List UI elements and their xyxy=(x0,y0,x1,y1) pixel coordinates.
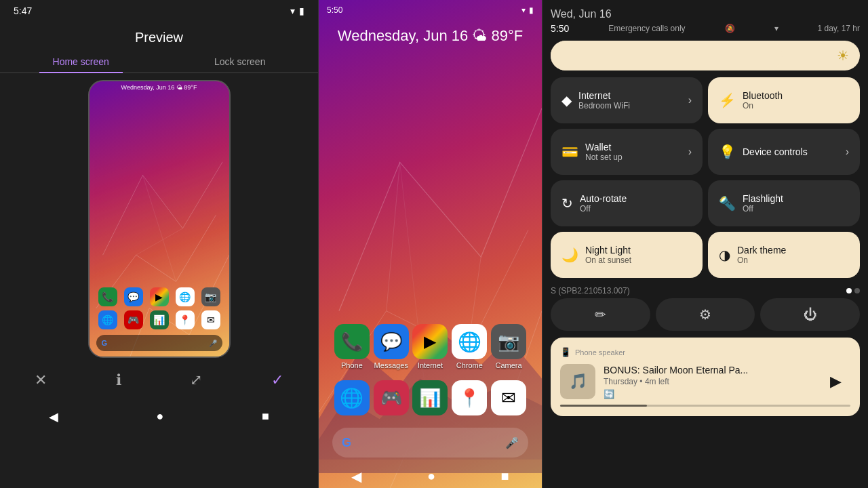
device-controls-icon: 💡 xyxy=(719,144,736,160)
internet-title: Internet xyxy=(578,90,682,101)
darktheme-icon: ◑ xyxy=(719,247,730,263)
tab-home-screen[interactable]: Home screen xyxy=(39,51,123,73)
flashlight-sub: Off xyxy=(743,204,849,214)
expand-button[interactable]: ⤢ xyxy=(190,371,202,389)
preview-control-bar: ✕ ℹ ⤢ ✓ xyxy=(0,358,318,403)
qs-action-bar: ✏ ⚙ ⏻ xyxy=(551,298,860,331)
battery-icon-home: ▮ xyxy=(529,5,534,15)
qs-mute-icon: 🔕 xyxy=(725,24,735,33)
nightlight-tile[interactable]: 🌙 Night Light On at sunset xyxy=(551,232,703,278)
chrome-icon-2: 🌐 xyxy=(334,380,370,415)
settings-button[interactable]: ⚙ xyxy=(656,298,755,331)
qs-header: Wed, Jun 16 xyxy=(551,8,860,20)
camera-app[interactable]: 📷 Camera xyxy=(491,324,526,369)
internet-icon: ◆ xyxy=(561,92,572,108)
back-button-home[interactable]: ◀ xyxy=(351,468,361,485)
chrome-label: Chrome xyxy=(456,361,483,369)
flashlight-tile[interactable]: 🔦 Flashlight Off xyxy=(708,180,860,226)
confirm-button[interactable]: ✓ xyxy=(271,371,283,389)
power-button[interactable]: ⏻ xyxy=(760,298,860,331)
autorotate-tile[interactable]: ↻ Auto-rotate Off xyxy=(551,180,703,226)
maps-icon: 📍 xyxy=(452,380,487,415)
playstore-app[interactable]: ▶ Internet xyxy=(412,324,448,369)
flashlight-icon: 🔦 xyxy=(719,195,736,211)
autorotate-sub: Off xyxy=(580,204,692,214)
wallet-sub: Not set up xyxy=(585,152,682,162)
messages-icon: 💬 xyxy=(374,324,409,359)
preview-searchbar[interactable]: G 🎤 xyxy=(96,335,222,351)
phone-icon: 📞 xyxy=(334,324,370,359)
media-progress-fill xyxy=(560,405,647,407)
app-icons-row2: 🌐 🎮 📊 📍 ✉ xyxy=(90,309,229,331)
internet-chevron-icon: › xyxy=(688,94,692,106)
bluetooth-text: Bluetooth On xyxy=(743,90,849,110)
shortcut-icon: 📊 xyxy=(412,380,448,415)
recents-button-home[interactable]: ■ xyxy=(501,468,509,485)
nav-bar-preview: ◀ ● ■ xyxy=(0,403,318,431)
back-button-preview[interactable]: ◀ xyxy=(49,409,58,424)
phone-app[interactable]: 📞 Phone xyxy=(334,324,370,369)
phone-preview-overlay: Wednesday, Jun 16 🌤 89°F 📞 💬 ▶ 🌐 📷 🌐 🎮 📊… xyxy=(90,81,229,357)
play-button[interactable]: ▶ xyxy=(821,367,850,396)
device-controls-tile[interactable]: 💡 Device controls › xyxy=(708,129,860,175)
flashlight-title: Flashlight xyxy=(743,193,849,204)
homescreen-searchbar[interactable]: G 🎤 xyxy=(332,428,528,458)
dot-1 xyxy=(846,288,852,293)
maps-app[interactable]: 📍 xyxy=(452,380,487,415)
gmail-app[interactable]: ✉ xyxy=(491,380,526,415)
stadia-icon-small: 🎮 xyxy=(124,310,143,329)
stadia-icon: 🎮 xyxy=(374,380,409,415)
chrome-app[interactable]: 🌐 Chrome xyxy=(452,324,487,369)
status-bar-homescreen: 5:50 ▾ ▮ xyxy=(319,0,542,20)
autorotate-text: Auto-rotate Off xyxy=(580,193,692,214)
edit-button[interactable]: ✏ xyxy=(551,298,650,331)
battery-icon: ▮ xyxy=(299,5,304,16)
playstore-label: Internet xyxy=(418,361,443,369)
phone-preview-frame: Wednesday, Jun 16 🌤 89°F 📞 💬 ▶ 🌐 📷 🌐 🎮 📊… xyxy=(88,80,231,358)
status-bar-preview: 5:47 ▾ ▮ xyxy=(0,0,318,22)
playstore-icon: ▶ xyxy=(412,324,448,359)
chrome-icon: 🌐 xyxy=(452,324,487,359)
flashlight-text: Flashlight Off xyxy=(743,193,849,214)
darktheme-sub: On xyxy=(737,256,849,265)
nav-bar-homescreen: ◀ ● ■ xyxy=(319,462,542,488)
stadia-app[interactable]: 🎮 xyxy=(374,380,409,415)
build-info-row: S (SPB2.210513.007) xyxy=(551,286,860,296)
shortcut-app[interactable]: 📊 xyxy=(412,380,448,415)
bluetooth-tile[interactable]: ⚡ Bluetooth On xyxy=(708,77,860,123)
darktheme-text: Dark theme On xyxy=(737,245,849,265)
wallet-tile[interactable]: 💳 Wallet Not set up › xyxy=(551,129,703,175)
recents-button-preview[interactable]: ■ xyxy=(262,409,269,424)
wallet-icon: 💳 xyxy=(561,144,578,160)
darktheme-title: Dark theme xyxy=(737,245,849,256)
wifi-icon: ▾ xyxy=(290,5,295,16)
preview-tab-bar: Home screen Lock screen xyxy=(0,51,318,73)
chrome-app-icon-small: 🌐 xyxy=(176,287,195,306)
info-button[interactable]: ℹ xyxy=(116,371,121,389)
tab-lock-screen[interactable]: Lock screen xyxy=(201,51,279,73)
device-controls-title: Device controls xyxy=(743,146,839,157)
quick-settings-grid: ◆ Internet Bedroom WiFi › ⚡ Bluetooth On… xyxy=(551,77,860,278)
internet-text: Internet Bedroom WiFi xyxy=(578,90,682,110)
home-button-home[interactable]: ● xyxy=(427,468,435,485)
phone-preview-date: Wednesday, Jun 16 🌤 89°F xyxy=(90,81,229,94)
messages-label: Messages xyxy=(374,361,408,369)
messages-app[interactable]: 💬 Messages xyxy=(374,324,409,369)
media-source-label: Phone speaker xyxy=(575,348,625,357)
close-button[interactable]: ✕ xyxy=(35,371,47,389)
mic-icon: 🎤 xyxy=(505,436,519,449)
nightlight-sub: On at sunset xyxy=(585,256,692,265)
preview-panel: 5:47 ▾ ▮ Preview Home screen Lock screen… xyxy=(0,0,319,488)
brightness-slider[interactable]: ☀ xyxy=(551,41,860,70)
media-progress-bar[interactable] xyxy=(560,405,850,407)
internet-tile[interactable]: ◆ Internet Bedroom WiFi › xyxy=(551,77,703,123)
google-g-small: G xyxy=(102,339,108,347)
chrome-app-2[interactable]: 🌐 xyxy=(334,380,370,415)
app-icons-row1: 📞 💬 ▶ 🌐 📷 xyxy=(90,286,229,308)
wifi-icon-home: ▾ xyxy=(521,5,526,15)
camera-app-icon-small: 📷 xyxy=(201,287,220,306)
dot-2 xyxy=(854,288,860,293)
home-button-preview[interactable]: ● xyxy=(157,409,164,424)
device-chevron-icon: › xyxy=(846,146,849,158)
darktheme-tile[interactable]: ◑ Dark theme On xyxy=(708,232,860,278)
